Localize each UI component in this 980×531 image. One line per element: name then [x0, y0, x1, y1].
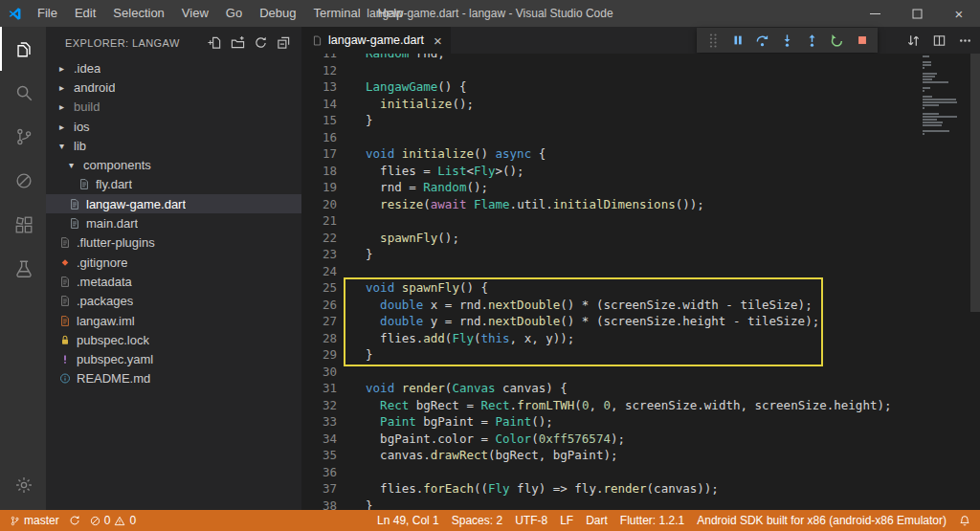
- maximize-button[interactable]: [896, 0, 938, 27]
- code-line-11[interactable]: 11 Random rnd;: [301, 54, 980, 62]
- line-number[interactable]: 28: [301, 330, 337, 347]
- indentation-setting[interactable]: Spaces: 2: [452, 514, 502, 527]
- activity-test[interactable]: [0, 247, 46, 291]
- code-line-23[interactable]: 23 }: [301, 246, 980, 263]
- line-number[interactable]: 21: [301, 212, 337, 230]
- menu-file[interactable]: File: [29, 0, 66, 27]
- code-line-17[interactable]: 17 void initialize() async {: [301, 145, 980, 163]
- menu-selection[interactable]: Selection: [104, 0, 172, 27]
- line-number[interactable]: 36: [301, 464, 337, 481]
- step-out-button[interactable]: [801, 30, 823, 52]
- code-line-25[interactable]: 25 void spawnFly() {: [301, 279, 980, 297]
- line-number[interactable]: 14: [301, 96, 337, 113]
- tree-file-main.dart[interactable]: main.dart: [46, 213, 301, 232]
- tree-folder-android[interactable]: ▸android: [46, 77, 301, 97]
- tab-close-icon[interactable]: ×: [434, 33, 442, 48]
- problems-indicator[interactable]: 0 0: [90, 514, 136, 527]
- swap-vertical-button[interactable]: [906, 33, 921, 48]
- code-line-34[interactable]: 34 bgPaint.color = Color(0xff576574);: [301, 431, 980, 448]
- line-number[interactable]: 35: [301, 447, 337, 464]
- flutter-version[interactable]: Flutter: 1.2.1: [620, 514, 684, 527]
- tree-file-pubspec.yaml[interactable]: pubspec.yaml: [46, 349, 301, 368]
- code-line-20[interactable]: 20 resize(await Flame.util.initialDimens…: [301, 196, 980, 213]
- more-actions-button[interactable]: [958, 33, 972, 48]
- tree-folder-lib[interactable]: ▾lib: [46, 136, 301, 155]
- code-line-24[interactable]: 24: [301, 263, 980, 280]
- line-number[interactable]: 31: [301, 380, 337, 397]
- line-number[interactable]: 11: [301, 54, 337, 62]
- activity-search[interactable]: [0, 71, 46, 115]
- line-number[interactable]: 30: [301, 364, 337, 381]
- notifications-bell[interactable]: [959, 515, 970, 527]
- tree-file-fly.dart[interactable]: fly.dart: [46, 175, 301, 194]
- split-editor-button[interactable]: [932, 33, 947, 48]
- stop-button[interactable]: [851, 30, 873, 52]
- code-line-16[interactable]: 16: [301, 129, 980, 146]
- menu-terminal[interactable]: Terminal: [304, 0, 368, 27]
- line-number[interactable]: 29: [301, 346, 337, 364]
- code-line-38[interactable]: 38 }: [301, 498, 980, 511]
- line-number[interactable]: 22: [301, 230, 337, 247]
- code-line-36[interactable]: 36: [301, 464, 980, 481]
- activity-settings[interactable]: [0, 464, 46, 506]
- drag-handle-button[interactable]: [702, 30, 724, 52]
- menu-view[interactable]: View: [173, 0, 217, 27]
- code-line-30[interactable]: 30: [301, 364, 980, 381]
- tree-file-.metadata[interactable]: .metadata: [46, 272, 301, 291]
- code-line-14[interactable]: 14 initialize();: [301, 96, 980, 113]
- code-line-35[interactable]: 35 canvas.drawRect(bgRect, bgPaint);: [301, 447, 980, 464]
- minimap[interactable]: [923, 55, 965, 136]
- line-number[interactable]: 38: [301, 498, 337, 511]
- vertical-scrollbar[interactable]: [970, 54, 980, 312]
- code-line-22[interactable]: 22 spawnFly();: [301, 230, 980, 247]
- git-branch-indicator[interactable]: master: [10, 514, 59, 527]
- line-number[interactable]: 26: [301, 297, 337, 314]
- tree-file-pubspec.lock[interactable]: pubspec.lock: [46, 330, 301, 349]
- code-line-18[interactable]: 18 flies = List<Fly>();: [301, 163, 980, 180]
- code-line-13[interactable]: 13 LangawGame() {: [301, 78, 980, 96]
- line-number[interactable]: 17: [301, 145, 337, 163]
- tree-folder-ios[interactable]: ▸ios: [46, 117, 301, 136]
- code-line-27[interactable]: 27 double y = rnd.nextDouble() * (screen…: [301, 313, 980, 330]
- minimize-button[interactable]: [854, 0, 896, 27]
- line-number[interactable]: 34: [301, 431, 337, 448]
- line-number[interactable]: 27: [301, 313, 337, 330]
- sync-button[interactable]: [69, 515, 80, 526]
- menu-go[interactable]: Go: [217, 0, 251, 27]
- activity-debug[interactable]: [0, 159, 46, 203]
- code-line-31[interactable]: 31 void render(Canvas canvas) {: [301, 380, 980, 397]
- code-line-19[interactable]: 19 rnd = Random();: [301, 179, 980, 196]
- activity-explorer[interactable]: [0, 27, 46, 71]
- activity-source-control[interactable]: [0, 115, 46, 159]
- line-number[interactable]: 13: [301, 78, 337, 96]
- tree-file-.flutter-plugins[interactable]: .flutter-plugins: [46, 233, 301, 253]
- tree-file-langaw.iml[interactable]: langaw.iml: [46, 311, 301, 330]
- collapse-all-button[interactable]: [275, 34, 292, 52]
- tree-file-.gitignore[interactable]: .gitignore: [46, 253, 301, 272]
- pause-button[interactable]: [726, 30, 748, 52]
- encoding-setting[interactable]: UTF-8: [515, 514, 547, 527]
- code-line-28[interactable]: 28 flies.add(Fly(this, x, y));: [301, 330, 980, 347]
- line-number[interactable]: 24: [301, 263, 337, 280]
- menu-edit[interactable]: Edit: [66, 0, 104, 27]
- code-line-33[interactable]: 33 Paint bgPaint = Paint();: [301, 413, 980, 431]
- line-number[interactable]: 33: [301, 413, 337, 431]
- line-number[interactable]: 18: [301, 163, 337, 180]
- line-number[interactable]: 20: [301, 196, 337, 213]
- code-line-32[interactable]: 32 Rect bgRect = Rect.fromLTWH(0, 0, scr…: [301, 397, 980, 414]
- step-over-button[interactable]: [751, 30, 773, 52]
- refresh-button[interactable]: [252, 34, 269, 52]
- tree-file-.packages[interactable]: .packages: [46, 292, 301, 311]
- tree-folder-.idea[interactable]: ▸.idea: [46, 58, 301, 77]
- code-line-21[interactable]: 21: [301, 212, 980, 230]
- tree-file-langaw-game.dart[interactable]: langaw-game.dart: [46, 194, 301, 213]
- new-file-button[interactable]: [206, 34, 223, 52]
- line-number[interactable]: 15: [301, 112, 337, 129]
- code-line-37[interactable]: 37 flies.forEach((Fly fly) => fly.render…: [301, 480, 980, 498]
- eol-setting[interactable]: LF: [560, 514, 573, 527]
- line-number[interactable]: 12: [301, 62, 337, 79]
- menu-debug[interactable]: Debug: [251, 0, 304, 27]
- code-line-29[interactable]: 29 }: [301, 346, 980, 364]
- code-editor[interactable]: 11 Random rnd;1213 LangawGame() {14 init…: [301, 54, 980, 510]
- tree-file-README.md[interactable]: README.md: [46, 369, 301, 388]
